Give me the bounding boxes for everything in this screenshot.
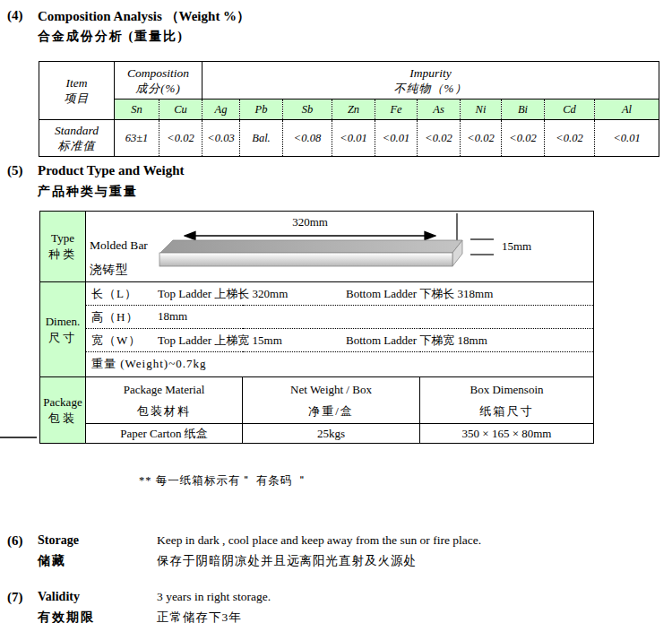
section-5-subtitle: 产品种类与重量 xyxy=(38,184,138,200)
spec-sheet-page: (4) Composition Analysis （Weight %） 合金成份… xyxy=(0,0,672,623)
element-header: Al xyxy=(595,100,659,120)
validity-text-zh: 正常储存下3年 xyxy=(157,610,242,623)
item-header-cell: Item 项目 xyxy=(39,62,115,120)
standard-value: <0.01 xyxy=(375,120,418,157)
net-weight-zh: 净重/盒 xyxy=(243,401,419,422)
section-5-title: Product Type and Weight xyxy=(38,163,185,178)
package-material-header: Package Material 包装材料 xyxy=(86,377,243,424)
element-header: As xyxy=(418,100,461,120)
section-4-subtitle: 合金成份分析 (重量比) xyxy=(38,29,184,45)
dim-label: 重量 (Weight)~0.7kg xyxy=(91,356,206,372)
impurity-header-cell: Impurity 不纯物（%） xyxy=(202,62,659,100)
composition-label-en: Composition xyxy=(115,65,202,81)
element-header: Cu xyxy=(159,100,202,120)
standard-label-en: Standard xyxy=(39,123,114,138)
box-dimension-en: Box Dimensoin xyxy=(420,379,593,401)
product-table: Type 种类 Molded Bar 浇铸型 xyxy=(39,211,594,444)
dim-value-top: 18mm xyxy=(158,309,187,324)
standard-value: 63±1 xyxy=(115,120,159,157)
element-header: Zn xyxy=(332,100,375,120)
standard-value: <0.01 xyxy=(332,120,375,157)
bar-length-label: 320mm xyxy=(256,215,364,229)
standard-label-zh: 标准值 xyxy=(39,138,114,153)
print-artifact-line xyxy=(0,437,37,438)
package-label-zh: 包装 xyxy=(40,411,85,427)
section-7-number: (7) xyxy=(7,590,23,605)
type-content-cell: Molded Bar 浇铸型 xyxy=(86,212,594,282)
dimension-row-header: Dimen. 尺寸 xyxy=(40,282,86,377)
storage-text-en: Keep in dark , cool place and keep away … xyxy=(157,533,481,548)
section-6-number: (6) xyxy=(7,533,23,549)
composition-header-cell: Composition 成分(%) xyxy=(115,62,202,100)
dim-value-top: Top Ladder 上梯长 320mm xyxy=(158,286,288,302)
package-row-header: Package 包装 xyxy=(40,377,86,444)
type-label-en: Type xyxy=(40,230,85,247)
carton-barcode-note: ** 每一纸箱标示有＂ 有条码 ＂ xyxy=(139,473,308,489)
element-header: Pb xyxy=(240,100,283,120)
standard-value: <0.01 xyxy=(595,120,659,157)
item-label-zh: 项目 xyxy=(39,91,114,106)
dimension-row-height: 高（H） 18mm xyxy=(86,306,594,329)
dimension-row-weight: 重量 (Weight)~0.7kg xyxy=(86,352,594,377)
section-5-number: (5) xyxy=(7,163,23,178)
dimen-label-zh: 尺寸 xyxy=(40,330,85,346)
box-dimension-value: 350 × 165 × 80mm xyxy=(420,424,594,444)
package-label-en: Package xyxy=(40,394,85,411)
standard-value: <0.02 xyxy=(461,120,502,157)
standard-value: <0.02 xyxy=(159,120,202,157)
dim-label: 长（L） xyxy=(91,286,137,302)
dim-label: 高（H） xyxy=(91,309,138,325)
standard-value: <0.02 xyxy=(545,120,595,157)
validity-label-en: Validity xyxy=(38,590,80,604)
net-weight-en: Net Weight / Box xyxy=(243,379,419,401)
standard-value: <0.02 xyxy=(502,120,545,157)
type-row-header: Type 种类 xyxy=(40,212,86,282)
molded-bar-label-zh: 浇铸型 xyxy=(90,262,129,278)
bar-thickness-label: 15mm xyxy=(502,239,531,254)
dim-value-bottom: Bottom Ladder 下梯长 318mm xyxy=(346,286,493,302)
standard-value: <0.02 xyxy=(418,120,461,157)
element-header: Bi xyxy=(502,100,545,120)
section-4-title: Composition Analysis （Weight %） xyxy=(38,8,250,25)
item-label-en: Item xyxy=(39,75,114,91)
storage-label-en: Storage xyxy=(38,533,79,548)
impurity-label-en: Impurity xyxy=(202,65,659,81)
box-dimension-header: Box Dimensoin 纸箱尺寸 xyxy=(420,377,594,424)
dimension-row-width: 宽（W） Top Ladder 上梯宽 15mm Bottom Ladder 下… xyxy=(86,329,594,352)
element-header: Cd xyxy=(545,100,595,120)
validity-label-zh: 有效期限 xyxy=(38,610,95,623)
dim-value-top: Top Ladder 上梯宽 15mm xyxy=(158,333,282,349)
package-material-zh: 包装材料 xyxy=(86,401,242,422)
package-material-en: Package Material xyxy=(86,379,242,401)
package-material-value: Paper Carton 纸盒 xyxy=(86,424,243,444)
net-weight-value: 25kgs xyxy=(243,424,420,444)
dimen-label-en: Dimen. xyxy=(40,314,85,330)
standard-value: Bal. xyxy=(240,120,283,157)
element-header: Sb xyxy=(283,100,332,120)
standard-value: <0.08 xyxy=(283,120,332,157)
standard-value: <0.03 xyxy=(202,120,240,157)
element-header: Ag xyxy=(202,100,240,120)
section-4-number: (4) xyxy=(7,8,23,23)
molded-bar-label-en: Molded Bar xyxy=(90,238,148,253)
composition-table: Item 项目 Composition 成分(%) Impurity 不纯物（%… xyxy=(39,61,659,157)
validity-text-en: 3 years in right storage. xyxy=(157,590,271,604)
standard-row-header: Standard 标准值 xyxy=(39,120,115,157)
element-header: Ni xyxy=(461,100,502,120)
storage-text-zh: 保存于阴暗阴凉处并且远离阳光直射及火源处 xyxy=(157,553,417,569)
dim-value-bottom: Bottom Ladder 下梯宽 18mm xyxy=(346,333,487,349)
impurity-label-zh: 不纯物（%） xyxy=(202,81,659,96)
element-header: Fe xyxy=(375,100,418,120)
storage-label-zh: 储藏 xyxy=(38,553,66,569)
net-weight-header: Net Weight / Box 净重/盒 xyxy=(243,377,420,424)
element-header: Sn xyxy=(115,100,159,120)
type-label-zh: 种类 xyxy=(40,247,85,263)
dimension-row-length: 长（L） Top Ladder 上梯长 320mm Bottom Ladder … xyxy=(86,282,594,306)
dim-label: 宽（W） xyxy=(91,333,141,349)
box-dimension-zh: 纸箱尺寸 xyxy=(420,401,593,422)
composition-label-zh: 成分(%) xyxy=(115,81,202,96)
